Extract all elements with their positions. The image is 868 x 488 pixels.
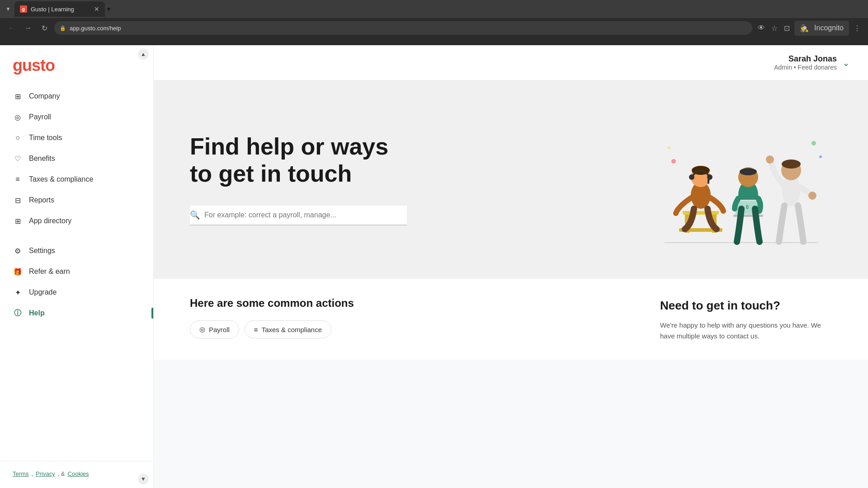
search-input[interactable] — [204, 211, 407, 219]
sidebar-label-benefits: Benefits — [29, 155, 55, 163]
svg-rect-1 — [683, 211, 719, 215]
tab-icon[interactable]: ⊡ — [782, 22, 792, 34]
taxes-chip-icon: ≡ — [254, 326, 258, 333]
section-layout: Here are some common actions ◎ Payroll ≡… — [190, 297, 832, 342]
footer-links: Terms , Privacy , & Cookies — [0, 467, 153, 481]
sidebar-label-app-directory: App directory — [29, 217, 71, 225]
hero-text: Find help or ways to get in touch 🔍 — [190, 133, 416, 225]
sidebar-item-app-directory[interactable]: ⊞ App directory — [0, 211, 153, 231]
sidebar-nav: ⊞ Company ◎ Payroll ○ Time tools ♡ Benef… — [0, 82, 153, 461]
svg-point-23 — [671, 159, 676, 164]
hero-illustration: 0 — [651, 107, 832, 252]
common-actions-section: Here are some common actions ◎ Payroll ≡… — [154, 279, 868, 360]
sidebar-item-time-tools[interactable]: ○ Time tools — [0, 127, 153, 148]
star-icon[interactable]: ☆ — [769, 22, 779, 34]
tab-scroll-arrow[interactable]: ▼ — [4, 4, 13, 14]
upgrade-icon: ✦ — [13, 287, 23, 297]
sidebar-header: gusto — [0, 45, 153, 82]
incognito-badge: 🕵 Incognito — [794, 21, 849, 36]
search-icon: 🔍 — [190, 210, 200, 220]
help-icon: ⓘ — [13, 308, 23, 318]
action-chips: ◎ Payroll ≡ Taxes & compliance — [190, 320, 633, 338]
privacy-link[interactable]: Privacy — [36, 470, 55, 477]
main-content: Sarah Jonas Admin • Feed donares ⌄ Find … — [154, 45, 868, 488]
browser-chrome: ▼ g Gusto | Learning ✕ + ← → ↻ 🔒 app.gus… — [0, 0, 868, 45]
sidebar-item-help[interactable]: ⓘ Help — [0, 303, 153, 324]
sidebar-label-reports: Reports — [29, 196, 54, 204]
svg-point-13 — [740, 168, 757, 175]
svg-point-24 — [668, 146, 670, 149]
new-tab-button[interactable]: + — [107, 5, 111, 13]
sidebar-label-time-tools: Time tools — [29, 134, 62, 142]
user-details: Sarah Jonas Admin • Feed donares — [774, 54, 837, 71]
common-actions-title: Here are some common actions — [190, 297, 633, 310]
payroll-chip-label: Payroll — [209, 326, 230, 333]
sidebar-item-company[interactable]: ⊞ Company — [0, 86, 153, 107]
footer-sep2: , & — [58, 470, 65, 477]
app-container: gusto ▲ ⊞ Company ◎ Payroll ○ Time tools… — [0, 45, 868, 488]
sidebar-item-payroll[interactable]: ◎ Payroll — [0, 107, 153, 127]
refresh-button[interactable]: ↻ — [38, 22, 51, 34]
company-icon: ⊞ — [13, 91, 23, 101]
sidebar-label-payroll: Payroll — [29, 113, 51, 121]
sidebar-label-upgrade: Upgrade — [29, 288, 57, 296]
sidebar-item-refer[interactable]: 🎁 Refer & earn — [0, 261, 153, 282]
top-header: Sarah Jonas Admin • Feed donares ⌄ — [154, 45, 868, 80]
terms-link[interactable]: Terms — [13, 470, 28, 477]
svg-point-26 — [819, 155, 822, 158]
time-tools-icon: ○ — [13, 133, 23, 143]
sidebar-item-settings[interactable]: ⚙ Settings — [0, 240, 153, 261]
sidebar-label-company: Company — [29, 92, 60, 100]
svg-point-21 — [766, 155, 774, 164]
payroll-chip-icon: ◎ — [199, 325, 205, 333]
sidebar-item-taxes[interactable]: ≡ Taxes & compliance — [0, 169, 153, 190]
sidebar-label-taxes: Taxes & compliance — [29, 175, 93, 183]
user-dropdown-arrow[interactable]: ⌄ — [842, 57, 850, 68]
actions-column: Here are some common actions ◎ Payroll ≡… — [190, 297, 633, 342]
sidebar-footer: Terms , Privacy , & Cookies — [0, 461, 153, 488]
hero-title: Find help or ways to get in touch — [190, 133, 416, 188]
svg-point-22 — [808, 192, 816, 200]
sidebar-item-upgrade[interactable]: ✦ Upgrade — [0, 282, 153, 303]
contact-section: Need to get in touch? We're happy to hel… — [660, 297, 832, 342]
eye-off-icon[interactable]: 👁 — [756, 22, 767, 34]
svg-text:0: 0 — [746, 205, 749, 210]
illustration-svg: 0 — [651, 107, 832, 252]
cookies-link[interactable]: Cookies — [68, 470, 89, 477]
svg-point-25 — [811, 141, 816, 145]
app-directory-icon: ⊞ — [13, 216, 23, 226]
benefits-icon: ♡ — [13, 154, 23, 164]
nav-right-icons: 👁 ☆ ⊡ 🕵 Incognito ⋮ — [756, 21, 863, 36]
taxes-action-chip[interactable]: ≡ Taxes & compliance — [245, 320, 331, 338]
sidebar-label-refer: Refer & earn — [29, 267, 70, 276]
menu-icon[interactable]: ⋮ — [852, 22, 863, 34]
tab-close-button[interactable]: ✕ — [94, 5, 99, 13]
tab-favicon: g — [20, 5, 27, 13]
user-name: Sarah Jonas — [774, 54, 837, 64]
tab-bar: ▼ g Gusto | Learning ✕ + — [0, 0, 868, 18]
search-bar: 🔍 — [190, 206, 407, 225]
sidebar-label-help: Help — [29, 309, 45, 317]
forward-button[interactable]: → — [22, 22, 34, 34]
gusto-logo[interactable]: gusto — [13, 56, 141, 75]
back-button[interactable]: ← — [5, 22, 18, 34]
sidebar-item-benefits[interactable]: ♡ Benefits — [0, 148, 153, 169]
sidebar-scroll-down[interactable]: ▼ — [138, 474, 149, 484]
sidebar-scroll-up[interactable]: ▲ — [138, 49, 149, 60]
nav-bar: ← → ↻ 🔒 app.gusto.com/help 👁 ☆ ⊡ 🕵 Incog… — [0, 18, 868, 38]
sidebar-item-reports[interactable]: ⊟ Reports — [0, 190, 153, 211]
payroll-action-chip[interactable]: ◎ Payroll — [190, 320, 239, 338]
address-text: app.gusto.com/help — [70, 25, 121, 32]
incognito-icon: 🕵 — [798, 22, 811, 34]
sidebar-label-settings: Settings — [29, 247, 55, 255]
taxes-icon: ≡ — [13, 174, 23, 184]
active-tab[interactable]: g Gusto | Learning ✕ — [14, 1, 105, 17]
svg-rect-10 — [708, 178, 709, 184]
contact-description: We're happy to help with any questions y… — [660, 320, 832, 342]
contact-title: Need to get in touch? — [660, 299, 832, 313]
svg-point-8 — [689, 174, 694, 180]
user-info[interactable]: Sarah Jonas Admin • Feed donares ⌄ — [774, 54, 850, 71]
footer-sep1: , — [31, 470, 33, 477]
address-bar[interactable]: 🔒 app.gusto.com/help — [54, 21, 752, 35]
svg-point-20 — [782, 160, 801, 169]
